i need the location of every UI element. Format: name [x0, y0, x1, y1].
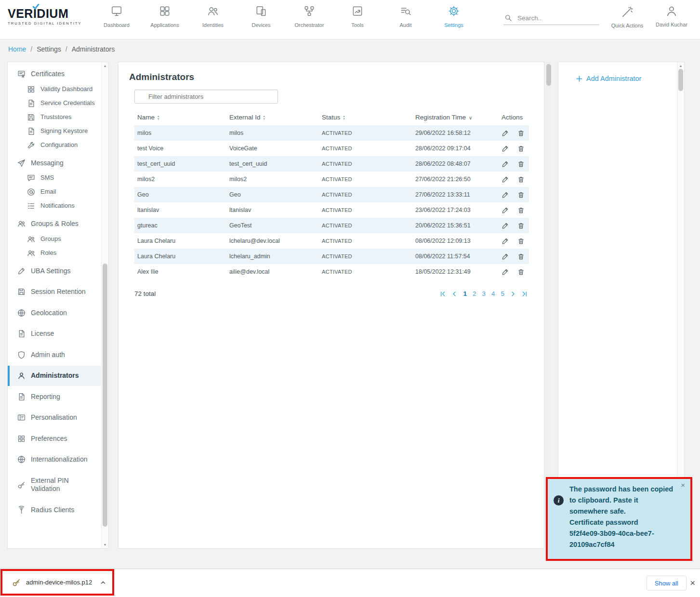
- nav-audit[interactable]: Audit: [382, 5, 430, 28]
- nav-dashboard[interactable]: Dashboard: [92, 5, 141, 28]
- sidebar-scrollbar-thumb[interactable]: [103, 264, 107, 527]
- edit-button[interactable]: [502, 145, 509, 152]
- edit-button[interactable]: [502, 160, 509, 168]
- delete-button[interactable]: [517, 238, 525, 245]
- scroll-up-icon[interactable]: [102, 64, 108, 67]
- column-header-status[interactable]: Status: [319, 109, 412, 125]
- sidebar-item-admin-auth[interactable]: Admin auth: [8, 345, 102, 365]
- edit-pencil-icon: [502, 238, 509, 245]
- edit-button[interactable]: [502, 176, 509, 183]
- content-scrollbar-thumb[interactable]: [546, 64, 551, 86]
- download-bar-close-icon[interactable]: [688, 577, 697, 589]
- sidebar-item-external-pin-validation[interactable]: External PIN Validation: [8, 471, 102, 499]
- quick-actions-button[interactable]: Quick Actions: [608, 6, 646, 28]
- search-input[interactable]: [516, 14, 589, 22]
- breadcrumb-settings[interactable]: Settings: [37, 45, 61, 53]
- sidebar-item-validity-dashboard[interactable]: Validity Dashboard: [8, 82, 102, 96]
- nav-settings[interactable]: Settings: [430, 5, 478, 28]
- edit-button[interactable]: [502, 238, 509, 245]
- sidebar-item-certificates[interactable]: Certificates: [8, 66, 102, 82]
- sidebar-item-personalisation[interactable]: Personalisation: [8, 408, 102, 428]
- toast-close-icon[interactable]: [681, 481, 685, 489]
- sidebar-item-sms[interactable]: SMS: [8, 171, 102, 185]
- nav-devices[interactable]: Devices: [237, 5, 285, 28]
- sidebar-item-signing-keystore[interactable]: Signing Keystore: [8, 124, 102, 138]
- sort-icon: [343, 115, 345, 121]
- page-number-1[interactable]: 1: [462, 290, 467, 297]
- trash-icon: [517, 130, 525, 137]
- page-number-3[interactable]: 3: [481, 290, 486, 297]
- sidebar-item-uba-settings[interactable]: UBA Settings: [8, 261, 102, 281]
- scroll-down-icon[interactable]: [102, 543, 108, 546]
- sidebar-item-service-credentials[interactable]: Service Credentials: [8, 96, 102, 110]
- veridium-logo[interactable]: VERIDIUM TRUSTED DIGITAL IDENTITY: [8, 8, 82, 26]
- add-administrator-button[interactable]: Add Administrator: [576, 75, 641, 82]
- show-all-downloads-button[interactable]: Show all: [647, 576, 687, 591]
- sidebar-item-preferences[interactable]: Preferences: [8, 429, 102, 449]
- edit-button[interactable]: [502, 222, 509, 229]
- sidebar-item-configuration[interactable]: Configuration: [8, 138, 102, 152]
- nav-identities[interactable]: Identities: [189, 5, 237, 28]
- delete-button[interactable]: [517, 222, 525, 229]
- delete-button[interactable]: [517, 253, 525, 260]
- sidebar-item-groups-roles[interactable]: Groups & Roles: [8, 216, 102, 232]
- sidebar-item-license[interactable]: License: [8, 324, 102, 344]
- nav-tools[interactable]: Tools: [333, 5, 382, 28]
- nav-orchestrator[interactable]: Orchestrator: [285, 5, 333, 28]
- delete-button[interactable]: [517, 268, 525, 276]
- content-scrollbar[interactable]: [545, 62, 552, 549]
- edit-pencil-icon: [502, 145, 509, 152]
- sidebar-item-administrators[interactable]: Administrators: [8, 366, 102, 386]
- nav-applications[interactable]: Applications: [141, 5, 189, 28]
- edit-pencil-icon: [502, 207, 509, 214]
- edit-button[interactable]: [502, 253, 509, 260]
- page-number-5[interactable]: 5: [500, 290, 505, 297]
- prev-page-icon: [451, 291, 458, 297]
- sidebar-item-messaging[interactable]: Messaging: [8, 155, 102, 172]
- delete-button[interactable]: [517, 207, 525, 214]
- external-pin-validation-icon: [17, 481, 26, 489]
- sidebar-item-session-retention[interactable]: Session Retention: [8, 282, 102, 302]
- edit-button[interactable]: [502, 207, 509, 214]
- user-menu[interactable]: David Kuchar: [651, 5, 692, 27]
- panel-scrollbar[interactable]: [677, 62, 684, 548]
- sort-icon: [264, 115, 265, 121]
- edit-button[interactable]: [502, 130, 509, 137]
- delete-button[interactable]: [517, 145, 525, 152]
- filter-administrators-input[interactable]: [134, 90, 278, 104]
- delete-button[interactable]: [517, 176, 525, 183]
- sidebar-item-truststores[interactable]: Truststores: [8, 110, 102, 124]
- trash-icon: [517, 253, 525, 260]
- first-page-button[interactable]: [439, 291, 446, 297]
- sidebar-scrollbar[interactable]: [101, 62, 108, 548]
- delete-button[interactable]: [517, 191, 525, 199]
- column-header-external-id[interactable]: External Id: [226, 109, 319, 125]
- page-number-4[interactable]: 4: [491, 290, 496, 297]
- last-page-button[interactable]: [521, 291, 528, 297]
- sidebar-item-internationalization[interactable]: Internationalization: [8, 450, 102, 470]
- sidebar-item-email[interactable]: Email: [8, 185, 102, 199]
- delete-button[interactable]: [517, 130, 525, 137]
- edit-button[interactable]: [502, 268, 509, 276]
- panel-scrollbar-thumb[interactable]: [678, 69, 683, 91]
- sidebar-item-geolocation[interactable]: Geolocation: [8, 303, 102, 323]
- prev-page-button[interactable]: [451, 291, 458, 297]
- download-options-chevron-button[interactable]: [99, 578, 107, 587]
- column-header-name[interactable]: Name: [134, 109, 226, 125]
- sort-icon: [158, 115, 159, 121]
- next-page-button[interactable]: [510, 291, 516, 297]
- sidebar-item-radius-clients[interactable]: Radius Clients: [8, 500, 102, 520]
- scroll-up-icon[interactable]: [677, 64, 684, 67]
- edit-pencil-icon: [502, 222, 509, 229]
- page-number-2[interactable]: 2: [472, 290, 477, 297]
- downloaded-file-chip[interactable]: admin-device-milos.p12: [2, 571, 112, 594]
- license-icon: [17, 330, 26, 338]
- sidebar-item-reporting[interactable]: Reporting: [8, 387, 102, 407]
- sidebar-item-roles[interactable]: Roles: [8, 246, 102, 260]
- sidebar-item-notifications[interactable]: Notifications: [8, 199, 102, 213]
- edit-button[interactable]: [502, 191, 509, 199]
- delete-button[interactable]: [517, 160, 525, 168]
- column-header-registration-time[interactable]: Registration Time: [412, 109, 499, 125]
- breadcrumb-home[interactable]: Home: [8, 45, 26, 53]
- sidebar-item-groups[interactable]: Groups: [8, 232, 102, 246]
